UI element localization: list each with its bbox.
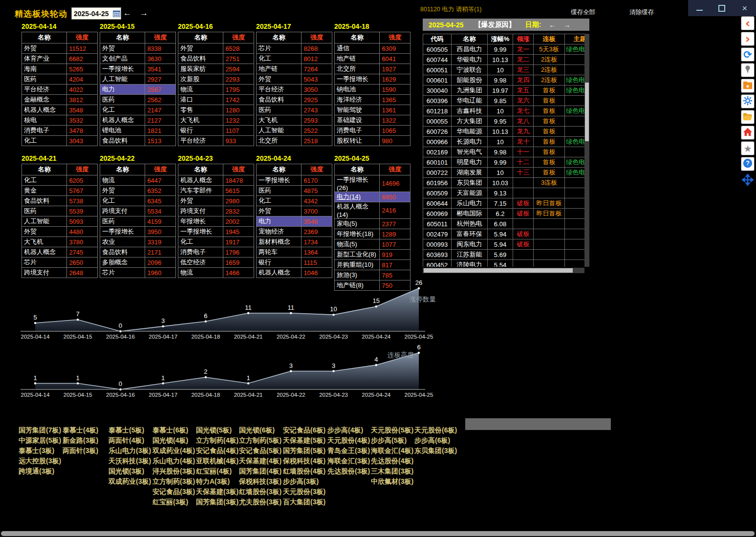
sector-row[interactable]: 机器人概念(14)2416: [335, 202, 410, 219]
board-stock-item[interactable]: 跨境通(3板): [19, 467, 61, 477]
sector-row[interactable]: 年报增长(18)1289: [335, 229, 410, 239]
sector-row[interactable]: 一季报增长3950: [100, 227, 176, 237]
detail-prev-arrow[interactable]: ←: [549, 21, 556, 29]
board-stock-item[interactable]: 双成药业(3板): [108, 477, 151, 488]
sector-row[interactable]: 机器人概念1046: [257, 268, 332, 278]
date-input[interactable]: [72, 9, 113, 18]
pin-button[interactable]: [741, 63, 755, 77]
board-stock-item[interactable]: 中源家居(5板): [19, 436, 61, 447]
board-stock-item[interactable]: 红宝丽(4板): [196, 467, 238, 477]
board-stock-item[interactable]: 安记食品(4板): [196, 447, 238, 457]
close-button[interactable]: ×: [734, 0, 756, 16]
sector-row[interactable]: 金融概念3812: [22, 95, 98, 105]
sector-row[interactable]: 芯片1960: [100, 268, 176, 278]
sector-row[interactable]: 地产链6041: [335, 54, 410, 64]
detail-stock-row[interactable]: 600726华电能源10.13龙九首板: [423, 127, 585, 137]
sector-row[interactable]: 一季报增长1945: [178, 227, 254, 237]
board-stock-item[interactable]: 泰慕士(4板): [63, 426, 98, 436]
sector-row[interactable]: 平台经济3050: [257, 85, 332, 95]
sector-row[interactable]: 北交所2518: [257, 136, 332, 146]
board-stock-item[interactable]: 浔兴股份(3板): [152, 467, 195, 477]
sector-row[interactable]: 通信6309: [335, 43, 410, 54]
favorites-folder-button[interactable]: ★: [741, 79, 755, 93]
page-scroll-thumb[interactable]: [1, 531, 755, 536]
board-stock-item[interactable]: 两面针(4板): [108, 436, 151, 447]
sector-row[interactable]: 家电(5)2377: [335, 219, 410, 229]
board-stock-item[interactable]: 海联金汇(4板): [371, 447, 413, 457]
sector-row[interactable]: 北交所1927: [335, 64, 410, 74]
sector-row[interactable]: 港口1742: [178, 95, 254, 105]
detail-stock-row[interactable]: 000601韶能股份9.98龙四2连板绿色电力: [423, 75, 585, 86]
sector-row[interactable]: 跨境支付5534: [100, 206, 176, 216]
sector-row[interactable]: 医药4875: [257, 186, 332, 196]
clear-cache-button[interactable]: 清除缓存: [629, 8, 654, 17]
sector-row[interactable]: 海南5265: [22, 64, 98, 74]
sector-row[interactable]: 农业3319: [100, 237, 176, 247]
detail-stock-row[interactable]: 601218吉鑫科技10龙七首板绿色电力: [423, 106, 585, 116]
sector-row[interactable]: 机器人概念3548: [22, 105, 98, 115]
sector-row[interactable]: 次新股2293: [178, 74, 254, 85]
board-stock-item[interactable]: 泰慕士(3板): [19, 447, 61, 457]
sector-row[interactable]: 化工2147: [100, 105, 176, 115]
board-stock-item[interactable]: 天元股份(6板): [414, 426, 457, 436]
next-date-arrow[interactable]: →: [140, 8, 148, 18]
detail-stock-row[interactable]: 600505西昌电力9.99龙一5天3板绿色电力: [423, 44, 585, 55]
sector-row[interactable]: 年报增长2002: [178, 216, 254, 227]
board-stock-item[interactable]: 国芳集团(7板): [19, 426, 61, 436]
sector-row[interactable]: 医药4204: [22, 74, 98, 85]
board-stock-item[interactable]: 泰慕士(6板): [152, 426, 195, 436]
prev-date-arrow[interactable]: ←: [123, 8, 131, 18]
sector-row[interactable]: 外贸2980: [178, 196, 254, 206]
vertical-scroll-thumb[interactable]: [585, 83, 589, 141]
board-stock-item[interactable]: 天保基建(3板): [196, 488, 238, 498]
sector-row[interactable]: 机器人概念18478: [178, 175, 254, 186]
detail-stock-row[interactable]: 605011杭州热电6.08: [423, 219, 585, 229]
refresh-button[interactable]: ⟳: [741, 47, 755, 62]
sector-row[interactable]: 地产链7264: [257, 64, 332, 74]
sector-row[interactable]: 物流6447: [100, 175, 176, 186]
sector-row[interactable]: 基础建设1322: [335, 115, 410, 126]
sector-row[interactable]: 芯片8268: [257, 43, 332, 54]
sector-row[interactable]: 股权转让980: [335, 136, 410, 146]
board-stock-item[interactable]: 泰慕士(5板): [108, 426, 151, 436]
help-button[interactable]: ?: [741, 157, 755, 171]
detail-stock-row[interactable]: 600744华银电力10.13龙二2连板: [423, 55, 585, 65]
sector-row[interactable]: 大飞机1232: [178, 115, 254, 126]
sector-row[interactable]: 新材料概念1734: [257, 237, 332, 247]
board-stock-item[interactable]: 红墙股份(3板): [239, 488, 281, 498]
sector-row[interactable]: 智能驾驶1361: [335, 105, 410, 115]
detail-next-arrow[interactable]: →: [563, 21, 570, 29]
sector-row[interactable]: 医药4159: [100, 216, 176, 227]
sector-row[interactable]: 锂电池1821: [100, 126, 176, 136]
sector-row[interactable]: 银行1115: [257, 258, 332, 268]
detail-stock-row[interactable]: 600051宁波联合10龙三2连板: [423, 65, 585, 75]
detail-stock-row[interactable]: 601956东贝集团10.033连板: [423, 178, 585, 188]
open-folder-button[interactable]: [741, 110, 755, 124]
sector-row[interactable]: 外贸6352: [100, 186, 176, 196]
board-stock-item[interactable]: 国光锁(3板): [108, 467, 151, 477]
sector-row[interactable]: 海洋经济1365: [335, 95, 410, 105]
board-stock-item[interactable]: 红墙股份(4板): [283, 467, 325, 477]
sector-row[interactable]: 黄金5767: [22, 186, 98, 196]
sector-row[interactable]: 外贸3700: [257, 206, 332, 216]
board-stock-item[interactable]: 中欣氟材(3板): [371, 477, 413, 488]
board-stock-item[interactable]: 步步高(5板): [371, 436, 413, 447]
sector-row[interactable]: 平台经济4022: [22, 85, 98, 95]
board-stock-item[interactable]: 步步高(3板): [283, 477, 325, 488]
board-stock-item[interactable]: 红宝丽(3板): [152, 498, 195, 508]
move-icon[interactable]: [742, 174, 754, 188]
detail-stock-row[interactable]: 000966长源电力10龙十首板绿色电力: [423, 137, 585, 147]
detail-stock-row[interactable]: 603693江苏新能5.69: [423, 250, 585, 260]
sector-row[interactable]: 人工智能2927: [100, 74, 176, 85]
sector-row[interactable]: 机器人概念2127: [100, 115, 176, 126]
board-stock-item[interactable]: 国光锁(5板): [196, 426, 238, 436]
board-stock-item[interactable]: 天沃科技(3板): [108, 457, 151, 467]
sector-row[interactable]: 消费电子1796: [178, 247, 254, 258]
cache-all-button[interactable]: 缓存全部: [571, 8, 595, 17]
detail-vertical-scrollbar[interactable]: [584, 34, 589, 267]
board-stock-item[interactable]: 东贝集团(3板): [414, 447, 457, 457]
sector-row[interactable]: 化工8012: [257, 54, 332, 64]
detail-stock-row[interactable]: 002169智光电气9.98十一首板: [423, 147, 585, 157]
sector-row[interactable]: 汽车零部件5615: [178, 186, 254, 196]
sector-row[interactable]: 医药2562: [100, 95, 176, 105]
